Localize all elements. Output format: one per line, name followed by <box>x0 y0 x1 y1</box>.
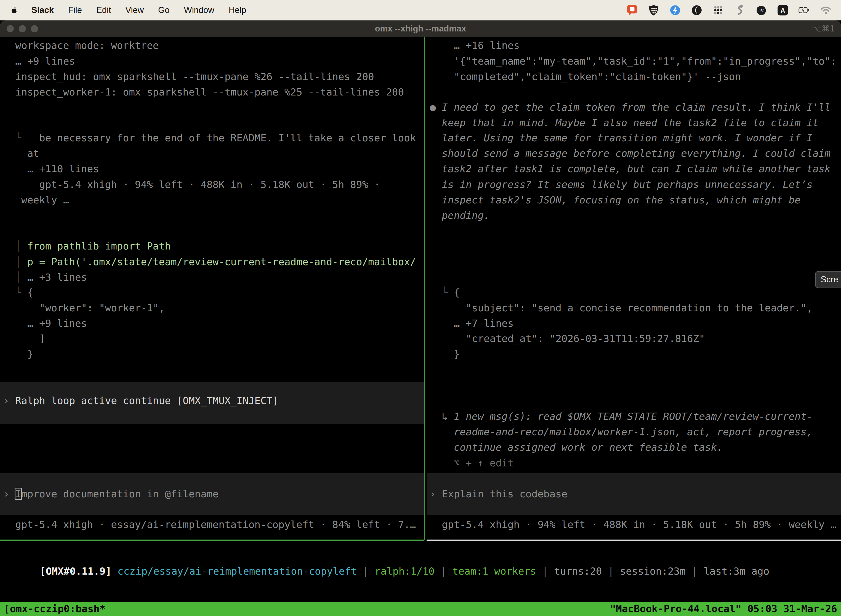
badge-61-icon[interactable]: ..61 <box>756 4 767 16</box>
pane-status-line: gpt-5.4 xhigh · 94% left · 488K in · 5.1… <box>430 517 841 532</box>
thinking-line: should send a message before completing … <box>430 146 841 161</box>
tree-bar-glyph: │ <box>3 241 21 252</box>
menu-item-file[interactable]: File <box>68 5 82 15</box>
window-title: omx --xhigh --madmax <box>0 21 841 37</box>
ran-command-line: ● Ran set -euo pipefail <box>430 238 841 254</box>
macos-menu-bar: Slack File Edit View Go Window Help <box>0 0 841 21</box>
command-output-line: at <box>3 146 424 161</box>
thinking-line: pending. <box>430 208 841 223</box>
command-output-line: ] <box>3 331 424 346</box>
command-output-line: weekly … <box>3 192 424 208</box>
command-output-line: gpt-5.4 xhigh · 94% left · 488K in · 5.1… <box>3 177 424 192</box>
command-body-line: │ tasks/task-2.json" <box>430 270 841 285</box>
prompt-input-left[interactable]: › Improve documentation in @filename <box>0 473 424 515</box>
pane-status-line: gpt-5.4 xhigh · essay/ai-reimplementatio… <box>3 517 424 532</box>
ran-command-line: ● Ran python3 - <<'PY' <box>3 223 424 238</box>
terminal-line: "completed","claim_token":"claim-token"}… <box>430 69 841 84</box>
command-output-line: } <box>430 346 841 362</box>
menu-item-go[interactable]: Go <box>158 5 169 15</box>
omx-session-path: cczip/essay/ai-reimplementation-copyleft <box>111 566 357 577</box>
apple-menu-icon[interactable] <box>9 6 19 15</box>
prompt-chevron-icon: › <box>3 488 15 500</box>
tmux-session-window-label: [omx-cczip0:bash* <box>4 602 105 616</box>
ralph-loop-banner: › Ralph loop active continue [OMX_TMUX_I… <box>0 382 424 424</box>
tree-corner-glyph: └ <box>3 287 21 298</box>
command-output-line: └ { <box>3 285 424 300</box>
terminal-line: workspace_mode: worktree <box>3 38 424 53</box>
command-output-line: … +110 lines <box>3 161 424 177</box>
tmux-pane-right[interactable]: … +16 lines '{"team_name":"my-team","tas… <box>426 37 841 540</box>
wifi-icon[interactable] <box>820 4 832 16</box>
waiting-status-line: ● Waiting for background terminal (3m 46… <box>430 378 841 393</box>
terminal-line: inspect_hud: omx sparkshell --tmux-pane … <box>3 69 424 84</box>
tmux-pane-left[interactable]: workspace_mode: worktree … +9 lines insp… <box>0 37 424 540</box>
terminal-line: '{"team_name":"my-team","task_id":"1","f… <box>430 54 841 69</box>
omx-team-counter: team:1 workers <box>453 566 536 577</box>
thinking-line: is in progress? It seems likely but perh… <box>430 177 841 192</box>
screen: Slack File Edit View Go Window Help <box>0 0 841 616</box>
omx-version-badge: [OMX#0.11.9] <box>40 566 111 577</box>
window-title-bar[interactable]: omx --xhigh --madmax ⌥⌘1 <box>0 21 841 37</box>
contrast-crescent-icon[interactable] <box>691 4 702 16</box>
command-output-line: └ be necessary for the end of the README… <box>3 130 424 146</box>
screenshot-chat-icon[interactable] <box>626 4 638 16</box>
terminal-line: … +9 lines <box>3 54 424 69</box>
prompt-chevron-icon: › <box>430 488 442 500</box>
svg-text:..61: ..61 <box>758 9 765 13</box>
omx-status-line: [OMX#0.11.9] cczip/essay/ai-reimplementa… <box>4 548 769 563</box>
tmux-host-clock-label: "MacBook-Pro-44.local" 05:03 31-Mar-26 <box>610 602 837 616</box>
dots-grid-icon[interactable] <box>712 4 724 16</box>
pane-divider[interactable] <box>424 37 425 540</box>
bolt-badge-icon[interactable] <box>670 4 681 16</box>
prompt-input-right[interactable]: › Explain this codebase <box>426 473 841 515</box>
command-output-line: └ { <box>430 285 841 300</box>
thought-bullet-icon: ● <box>430 101 436 113</box>
terminal-line: … +16 lines <box>430 38 841 53</box>
screen-edge-tooltip: Scre <box>815 271 841 288</box>
tree-corner-glyph: └ <box>3 132 21 144</box>
input-placeholder: Explain this codebase <box>442 488 567 500</box>
menu-item-slack[interactable]: Slack <box>31 5 54 15</box>
working-status-line: ● Working (6m 38s • esc to interrupt) <box>3 440 424 455</box>
menu-item-edit[interactable]: Edit <box>96 5 111 15</box>
command-body-line: │ p = Path('.omx/state/team/review-curre… <box>3 254 424 270</box>
shield-grid-icon[interactable] <box>648 4 659 16</box>
command-output-line: "worker": "worker-1", <box>3 300 424 316</box>
command-body-line: │ from pathlib import Path <box>3 238 424 254</box>
command-output-line: "created_at": "2026-03-31T11:59:27.816Z" <box>430 331 841 346</box>
thinking-line: keep that in mind. Maybe I also need the… <box>430 115 841 131</box>
mailbox-notice-line: ↳ 1 new msg(s): read $OMX_TEAM_STATE_ROO… <box>430 409 841 424</box>
ran-command-line: ● Ran tmux capture-pane -t %25 -p -S -80 <box>3 114 424 130</box>
omx-session-timer: session:23m <box>620 566 686 577</box>
menu-item-view[interactable]: View <box>125 5 144 15</box>
terminal-window: omx --xhigh --madmax ⌥⌘1 workspace_mode:… <box>0 21 841 616</box>
thinking-line: inspect task2's JSON, focusing on the st… <box>430 192 841 208</box>
svg-text:A: A <box>781 7 785 14</box>
pane-border-bottom-right <box>426 540 841 541</box>
prompt-chevron-icon: › <box>3 395 9 406</box>
s-hook-icon[interactable] <box>734 4 746 16</box>
tmux-status-bar[interactable]: [omx-cczip0:bash* "MacBook-Pro-44.local"… <box>0 602 841 616</box>
command-output-line: } <box>3 346 424 362</box>
command-output-line: … +7 lines <box>430 316 841 331</box>
tree-corner-glyph: └ <box>430 287 448 298</box>
edit-hint-line: ⌥ + ↑ edit <box>430 455 841 471</box>
menu-bar-status-area: ..61 A <box>626 4 832 16</box>
omx-turns-counter: turns:20 <box>554 566 602 577</box>
pane-border-bottom-left <box>0 540 424 541</box>
mailbox-notice-line: readme-and-reco/mailbox/worker-1.json, a… <box>430 424 841 440</box>
thinking-line: task2 after task1 is complete, but can I… <box>430 161 841 177</box>
window-shortcut-badge: ⌥⌘1 <box>812 21 835 37</box>
letter-a-icon[interactable]: A <box>777 4 788 16</box>
menu-item-window[interactable]: Window <box>184 5 214 15</box>
input-placeholder: mprove documentation in @filename <box>21 488 218 500</box>
text-cursor: I <box>15 488 21 500</box>
menu-item-help[interactable]: Help <box>229 5 246 15</box>
battery-charging-icon[interactable] <box>799 4 810 16</box>
omx-ralph-counter: ralph:1/10 <box>375 566 435 577</box>
command-output-line: "subject": "send a concise recommendatio… <box>430 300 841 316</box>
thinking-line: ● I need to get the claim token from the… <box>430 100 841 115</box>
command-output-line: … +9 lines <box>3 316 424 331</box>
thinking-line: later. Using the same for transition mig… <box>430 130 841 146</box>
command-body-line: │ … +3 lines <box>3 270 424 285</box>
